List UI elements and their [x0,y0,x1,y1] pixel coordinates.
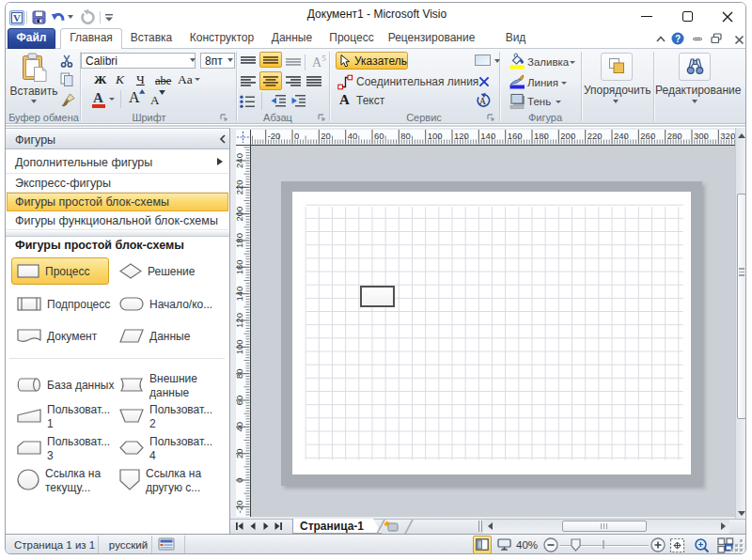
svg-text:320: 320 [720,131,735,141]
svg-text:140: 140 [480,131,495,141]
svg-text:60: 60 [236,396,244,406]
svg-text:240: 240 [614,131,629,141]
svg-text:100: 100 [236,339,244,354]
svg-text:180: 180 [534,131,549,141]
svg-text:220: 220 [236,179,244,194]
svg-text:240: 240 [236,153,244,168]
svg-text:V: V [13,12,21,23]
svg-text:0: 0 [236,477,244,482]
svg-text:80: 80 [236,368,244,379]
svg-text:180: 180 [236,233,244,248]
svg-text:A: A [479,97,486,106]
svg-text:120: 120 [236,313,244,328]
svg-text:80: 80 [400,131,411,141]
svg-text:0: 0 [294,131,299,141]
svg-text:?: ? [675,34,681,44]
svg-text:200: 200 [560,131,575,141]
svg-text:160: 160 [508,131,523,141]
svg-text:40: 40 [348,131,358,141]
svg-text:200: 200 [236,207,244,222]
svg-text:-20: -20 [236,500,244,513]
svg-text:120: 120 [454,131,469,141]
svg-text:280: 280 [667,131,682,141]
svg-text:300: 300 [694,131,709,141]
svg-text:-20: -20 [268,131,281,141]
svg-text:260: 260 [640,131,655,141]
svg-text:60: 60 [374,131,384,141]
svg-text:160: 160 [236,259,244,274]
svg-text:140: 140 [236,287,244,302]
svg-text:100: 100 [428,131,443,141]
svg-text:20: 20 [236,448,244,459]
svg-text:220: 220 [588,131,603,141]
svg-text:20: 20 [321,131,331,141]
svg-text:40: 40 [236,422,244,432]
